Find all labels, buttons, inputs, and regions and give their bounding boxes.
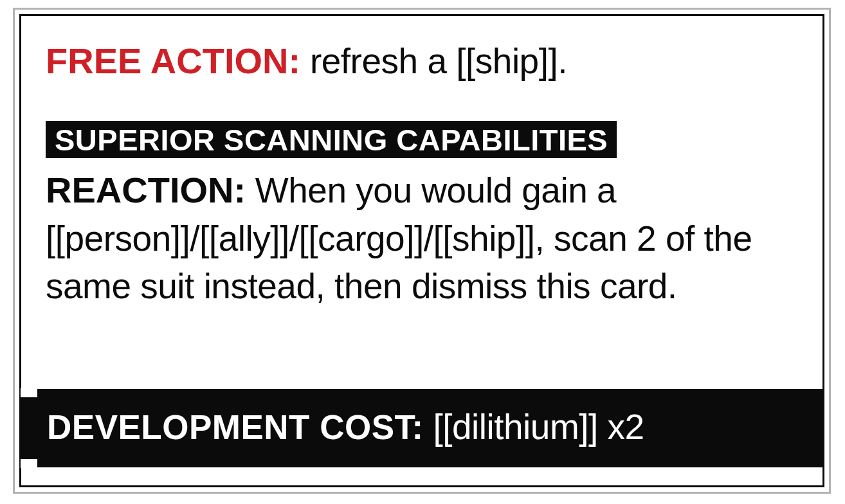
reaction-label: REACTION: xyxy=(46,170,246,210)
development-cost-bar: DEVELOPMENT COST: [[dilithium]] x2 xyxy=(21,389,823,467)
development-cost-value: [[dilithium]] x2 xyxy=(424,407,644,447)
free-action-line: FREE ACTION: refresh a [[ship]]. xyxy=(46,39,798,82)
bar-notch-icon xyxy=(21,459,37,468)
ability-block: SUPERIOR SCANNING CAPABILITIES REACTION:… xyxy=(46,118,798,310)
development-cost-label: DEVELOPMENT COST: xyxy=(47,408,424,446)
free-action-label: FREE ACTION: xyxy=(46,40,300,81)
bar-notch-icon xyxy=(21,388,37,397)
card-inner-frame: FREE ACTION: refresh a [[ship]]. SUPERIO… xyxy=(19,14,824,487)
ability-name-tag: SUPERIOR SCANNING CAPABILITIES xyxy=(46,121,617,158)
development-cost-text: DEVELOPMENT COST: [[dilithium]] x2 xyxy=(47,410,644,445)
free-action-text: refresh a [[ship]]. xyxy=(300,41,567,81)
